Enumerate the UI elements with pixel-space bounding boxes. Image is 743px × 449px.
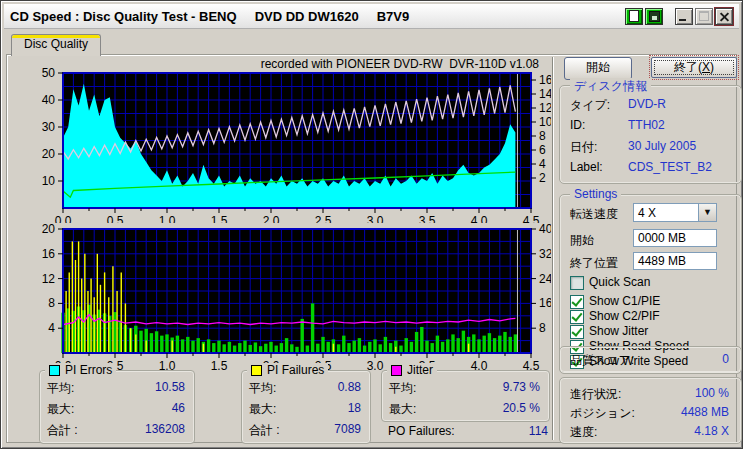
speed-select[interactable]: 4 X ▼ <box>633 203 717 222</box>
pi-failures-stats-box: PI Failures 平均:0.88 最大:18 合計 :7089 <box>241 370 371 444</box>
pi-errors-max: 46 <box>172 401 185 415</box>
max-label: 最大: <box>249 402 276 416</box>
svg-text:16: 16 <box>539 73 551 87</box>
pi-errors-avg: 10.58 <box>155 380 185 394</box>
position-label: ポジション: <box>570 406 635 420</box>
pi-failures-swatch <box>251 365 262 376</box>
maximize-button[interactable] <box>695 8 713 25</box>
app-window: CD Speed : Disc Quality Test - BENQ DVD … <box>0 0 743 449</box>
po-failures-row: PO Failures:114 <box>388 424 548 438</box>
avg-label: 平均: <box>47 381 74 395</box>
title-bar[interactable]: CD Speed : Disc Quality Test - BENQ DVD … <box>4 4 739 29</box>
show-jitter-checkbox[interactable] <box>570 325 584 339</box>
tab-disc-quality[interactable]: Disc Quality <box>11 34 101 56</box>
start-pos-label: 開始 <box>570 232 594 249</box>
disc-type-value: DVD-R <box>628 97 666 111</box>
pi-failures-title: PI Failures <box>267 363 324 377</box>
check-icon <box>571 310 582 322</box>
titlebar-buttons <box>625 8 739 25</box>
svg-text:8: 8 <box>48 296 55 310</box>
check-icon <box>571 295 582 307</box>
speed-readout-label: 速度: <box>570 425 597 439</box>
svg-text:8: 8 <box>539 321 546 335</box>
jitter-stats-box: Jitter 平均:9.73 % 最大:20.5 % <box>381 370 550 422</box>
start-position-input[interactable]: 0000 MB <box>633 229 717 247</box>
svg-text:2: 2 <box>539 171 546 185</box>
quick-scan-checkbox[interactable] <box>570 276 584 290</box>
svg-text:12: 12 <box>539 101 551 115</box>
save-button[interactable] <box>645 8 663 25</box>
disc-type-label: タイプ: <box>570 98 610 112</box>
settings-title: Settings <box>570 187 621 201</box>
disc-label-value: CDS_TEST_B2 <box>628 160 712 174</box>
close-button[interactable] <box>715 8 733 25</box>
end-pos-label: 終了位置 <box>570 255 618 272</box>
jitter-title: Jitter <box>407 363 433 377</box>
disc-info-group: ディスク情報 タイプ:DVD-R ID:TTH02 日付:30 July 200… <box>559 85 742 184</box>
end-position-input[interactable]: 4489 MB <box>633 252 717 270</box>
show-c1-pie-checkbox[interactable] <box>570 295 584 309</box>
disc-date-label: 日付: <box>570 140 597 154</box>
minimize-icon <box>679 19 686 21</box>
control-panel: 開始 終了(X) ディスク情報 タイプ:DVD-R ID:TTH02 日付:30… <box>554 31 736 442</box>
max-label: 最大: <box>389 402 416 416</box>
tab-label: Disc Quality <box>24 37 88 51</box>
pi-errors-title: PI Errors <box>65 363 112 377</box>
avg-label: 平均: <box>249 381 276 395</box>
pi-errors-stats-box: PI Errors 平均:10.58 最大:46 合計 :136208 <box>39 370 195 444</box>
svg-text:20: 20 <box>42 222 56 236</box>
jitter-avg: 9.73 % <box>503 380 540 394</box>
svg-text:14: 14 <box>539 87 551 101</box>
close-icon <box>720 12 729 21</box>
copy-icon <box>629 10 639 22</box>
stop-button[interactable]: 終了(X) <box>651 57 737 78</box>
pi-failures-avg: 0.88 <box>338 380 361 394</box>
maximize-icon <box>699 11 709 21</box>
progress-group: 進行状況:100 % ポジション:4488 MB 速度:4.18 X <box>559 377 742 444</box>
svg-text:16: 16 <box>539 296 551 310</box>
quality-score-label: 品質スコア: <box>570 353 634 367</box>
svg-text:4: 4 <box>48 321 55 335</box>
position-value: 4488 MB <box>681 405 729 419</box>
disc-id-value: TTH02 <box>628 118 665 132</box>
max-label: 最大: <box>47 402 74 416</box>
show-c2-pif-checkbox[interactable] <box>570 310 584 324</box>
svg-text:32: 32 <box>539 247 551 261</box>
svg-text:12: 12 <box>42 272 56 286</box>
avg-label: 平均: <box>389 381 416 395</box>
total-label: 合計 : <box>249 423 280 437</box>
quality-score-value: 0 <box>722 352 729 366</box>
minimize-button[interactable] <box>675 8 693 25</box>
svg-text:50: 50 <box>42 66 56 80</box>
svg-text:10: 10 <box>42 174 56 188</box>
chevron-down-icon[interactable]: ▼ <box>698 204 716 221</box>
check-icon <box>571 325 582 337</box>
total-label: 合計 : <box>47 423 78 437</box>
pi-errors-swatch <box>49 365 60 376</box>
svg-text:3.0: 3.0 <box>367 359 384 371</box>
disc-label-label: Label: <box>570 160 603 174</box>
pi-errors-total: 136208 <box>145 422 185 436</box>
speed-label: 転送速度 <box>570 206 618 223</box>
progress-label: 進行状況: <box>570 387 621 401</box>
window-title: CD Speed : Disc Quality Test - BENQ DVD … <box>4 9 625 24</box>
jitter-swatch <box>391 365 402 376</box>
save-icon <box>649 11 660 22</box>
speed-value: 4 X <box>638 206 656 220</box>
svg-text:4: 4 <box>539 157 546 171</box>
quality-score-group: 品質スコア:0 <box>559 346 742 374</box>
svg-text:6: 6 <box>539 143 546 157</box>
svg-text:16: 16 <box>42 247 56 261</box>
pi-failures-max: 18 <box>348 401 361 415</box>
progress-value: 100 % <box>695 386 729 400</box>
pi-errors-chart: 10203040501614121086420.00.51.01.52.02.5… <box>26 63 551 223</box>
disc-date-value: 30 July 2005 <box>628 139 696 153</box>
svg-text:10: 10 <box>539 115 551 129</box>
speed-readout-value: 4.18 X <box>694 424 729 438</box>
svg-text:40: 40 <box>539 222 551 236</box>
svg-text:24: 24 <box>539 272 551 286</box>
svg-text:1.5: 1.5 <box>211 359 228 371</box>
copy-button[interactable] <box>625 8 643 25</box>
start-button[interactable]: 開始 <box>564 57 632 80</box>
po-failures-value: 114 <box>529 424 548 438</box>
